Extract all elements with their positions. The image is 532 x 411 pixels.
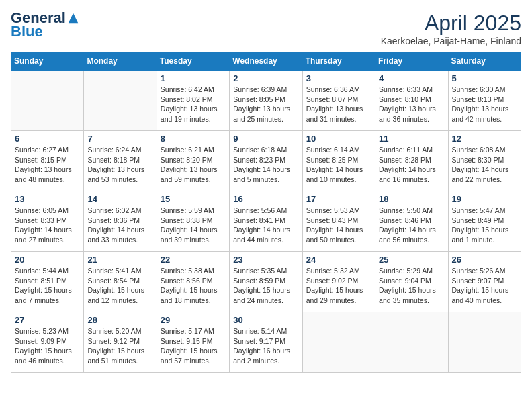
calendar-header-sunday: Sunday xyxy=(11,52,84,71)
day-number: 16 xyxy=(233,194,298,204)
day-number: 8 xyxy=(161,134,226,144)
day-info: Sunrise: 6:36 AMSunset: 8:07 PMDaylight:… xyxy=(306,85,371,124)
calendar-cell: 11Sunrise: 6:11 AMSunset: 8:28 PMDayligh… xyxy=(375,131,448,191)
calendar-cell: 26Sunrise: 5:26 AMSunset: 9:07 PMDayligh… xyxy=(448,252,521,312)
day-info: Sunrise: 6:14 AMSunset: 8:25 PMDaylight:… xyxy=(306,145,371,185)
day-info: Sunrise: 5:38 AMSunset: 8:56 PMDaylight:… xyxy=(161,266,226,306)
calendar-cell xyxy=(375,312,448,373)
day-info: Sunrise: 5:29 AMSunset: 9:04 PMDaylight:… xyxy=(379,266,444,306)
day-number: 4 xyxy=(379,73,444,83)
day-info: Sunrise: 6:11 AMSunset: 8:28 PMDaylight:… xyxy=(379,145,444,185)
day-number: 26 xyxy=(452,255,517,265)
day-number: 12 xyxy=(452,134,517,144)
calendar-cell: 18Sunrise: 5:50 AMSunset: 8:46 PMDayligh… xyxy=(375,191,448,252)
calendar-cell: 17Sunrise: 5:53 AMSunset: 8:43 PMDayligh… xyxy=(302,191,375,252)
day-number: 22 xyxy=(161,255,226,265)
page-header: General Blue April 2025 Kaerkoelae, Paij… xyxy=(11,11,521,46)
calendar-cell: 8Sunrise: 6:21 AMSunset: 8:20 PMDaylight… xyxy=(157,131,229,191)
calendar-table: SundayMondayTuesdayWednesdayThursdayFrid… xyxy=(11,52,521,373)
day-info: Sunrise: 5:56 AMSunset: 8:41 PMDaylight:… xyxy=(233,205,298,245)
day-number: 27 xyxy=(15,315,80,325)
day-number: 23 xyxy=(233,255,298,265)
calendar-cell: 14Sunrise: 6:02 AMSunset: 8:36 PMDayligh… xyxy=(84,191,157,252)
calendar-cell: 29Sunrise: 5:17 AMSunset: 9:15 PMDayligh… xyxy=(157,312,229,373)
calendar-cell: 16Sunrise: 5:56 AMSunset: 8:41 PMDayligh… xyxy=(230,191,302,252)
calendar-header-monday: Monday xyxy=(84,52,157,71)
day-number: 30 xyxy=(233,315,298,325)
day-info: Sunrise: 5:32 AMSunset: 9:02 PMDaylight:… xyxy=(306,266,371,306)
calendar-cell: 15Sunrise: 5:59 AMSunset: 8:38 PMDayligh… xyxy=(157,191,229,252)
calendar-cell: 25Sunrise: 5:29 AMSunset: 9:04 PMDayligh… xyxy=(375,252,448,312)
calendar-cell: 5Sunrise: 6:30 AMSunset: 8:13 PMDaylight… xyxy=(448,71,521,131)
calendar-cell: 1Sunrise: 6:42 AMSunset: 8:02 PMDaylight… xyxy=(157,71,229,131)
calendar-header-friday: Friday xyxy=(375,52,448,71)
day-number: 13 xyxy=(15,194,80,204)
day-number: 18 xyxy=(379,194,444,204)
calendar-cell: 6Sunrise: 6:27 AMSunset: 8:15 PMDaylight… xyxy=(11,131,84,191)
calendar-cell: 9Sunrise: 6:18 AMSunset: 8:23 PMDaylight… xyxy=(230,131,302,191)
title-section: April 2025 Kaerkoelae, Paijat-Hame, Finl… xyxy=(381,11,521,46)
calendar-cell: 12Sunrise: 6:08 AMSunset: 8:30 PMDayligh… xyxy=(448,131,521,191)
day-number: 9 xyxy=(233,134,298,144)
calendar-week-row: 20Sunrise: 5:44 AMSunset: 8:51 PMDayligh… xyxy=(11,252,521,312)
day-info: Sunrise: 6:27 AMSunset: 8:15 PMDaylight:… xyxy=(15,145,80,185)
calendar-cell: 3Sunrise: 6:36 AMSunset: 8:07 PMDaylight… xyxy=(302,71,375,131)
day-number: 14 xyxy=(87,194,152,204)
calendar-cell: 4Sunrise: 6:33 AMSunset: 8:10 PMDaylight… xyxy=(375,71,448,131)
calendar-cell: 22Sunrise: 5:38 AMSunset: 8:56 PMDayligh… xyxy=(157,252,229,312)
day-info: Sunrise: 5:59 AMSunset: 8:38 PMDaylight:… xyxy=(161,205,226,245)
month-title: April 2025 xyxy=(381,11,521,36)
day-number: 11 xyxy=(379,134,444,144)
calendar-week-row: 13Sunrise: 6:05 AMSunset: 8:33 PMDayligh… xyxy=(11,191,521,252)
calendar-cell: 27Sunrise: 5:23 AMSunset: 9:09 PMDayligh… xyxy=(11,312,84,373)
day-info: Sunrise: 6:02 AMSunset: 8:36 PMDaylight:… xyxy=(87,205,152,245)
day-info: Sunrise: 5:44 AMSunset: 8:51 PMDaylight:… xyxy=(15,266,80,306)
day-info: Sunrise: 5:26 AMSunset: 9:07 PMDaylight:… xyxy=(452,266,517,306)
logo-blue-text: Blue xyxy=(11,23,43,40)
day-info: Sunrise: 5:35 AMSunset: 8:59 PMDaylight:… xyxy=(233,266,298,306)
calendar-cell: 21Sunrise: 5:41 AMSunset: 8:54 PMDayligh… xyxy=(84,252,157,312)
day-number: 3 xyxy=(306,73,371,83)
calendar-header-tuesday: Tuesday xyxy=(157,52,229,71)
calendar-header-row: SundayMondayTuesdayWednesdayThursdayFrid… xyxy=(11,52,521,71)
calendar-header-wednesday: Wednesday xyxy=(230,52,302,71)
day-number: 20 xyxy=(15,255,80,265)
svg-marker-0 xyxy=(69,13,78,23)
calendar-cell: 23Sunrise: 5:35 AMSunset: 8:59 PMDayligh… xyxy=(230,252,302,312)
day-info: Sunrise: 6:08 AMSunset: 8:30 PMDaylight:… xyxy=(452,145,517,185)
calendar-header-saturday: Saturday xyxy=(448,52,521,71)
calendar-cell: 10Sunrise: 6:14 AMSunset: 8:25 PMDayligh… xyxy=(302,131,375,191)
day-info: Sunrise: 6:33 AMSunset: 8:10 PMDaylight:… xyxy=(379,85,444,124)
calendar-week-row: 1Sunrise: 6:42 AMSunset: 8:02 PMDaylight… xyxy=(11,71,521,131)
day-info: Sunrise: 5:41 AMSunset: 8:54 PMDaylight:… xyxy=(87,266,152,306)
day-info: Sunrise: 5:47 AMSunset: 8:49 PMDaylight:… xyxy=(452,205,517,245)
day-info: Sunrise: 6:18 AMSunset: 8:23 PMDaylight:… xyxy=(233,145,298,185)
calendar-week-row: 6Sunrise: 6:27 AMSunset: 8:15 PMDaylight… xyxy=(11,131,521,191)
day-info: Sunrise: 5:17 AMSunset: 9:15 PMDaylight:… xyxy=(161,326,226,366)
day-info: Sunrise: 5:20 AMSunset: 9:12 PMDaylight:… xyxy=(87,326,152,366)
day-info: Sunrise: 6:21 AMSunset: 8:20 PMDaylight:… xyxy=(161,145,226,185)
logo-icon xyxy=(67,12,79,24)
calendar-week-row: 27Sunrise: 5:23 AMSunset: 9:09 PMDayligh… xyxy=(11,312,521,373)
calendar-cell: 13Sunrise: 6:05 AMSunset: 8:33 PMDayligh… xyxy=(11,191,84,252)
logo: General Blue xyxy=(11,11,79,40)
calendar-header-thursday: Thursday xyxy=(302,52,375,71)
day-number: 5 xyxy=(452,73,517,83)
day-number: 28 xyxy=(87,315,152,325)
calendar-cell: 24Sunrise: 5:32 AMSunset: 9:02 PMDayligh… xyxy=(302,252,375,312)
day-number: 24 xyxy=(306,255,371,265)
calendar-cell xyxy=(84,71,157,131)
day-info: Sunrise: 6:30 AMSunset: 8:13 PMDaylight:… xyxy=(452,85,517,124)
day-number: 2 xyxy=(233,73,298,83)
day-info: Sunrise: 5:53 AMSunset: 8:43 PMDaylight:… xyxy=(306,205,371,245)
calendar-cell: 30Sunrise: 5:14 AMSunset: 9:17 PMDayligh… xyxy=(230,312,302,373)
day-info: Sunrise: 6:42 AMSunset: 8:02 PMDaylight:… xyxy=(161,85,226,124)
day-number: 29 xyxy=(161,315,226,325)
day-number: 15 xyxy=(161,194,226,204)
day-info: Sunrise: 5:23 AMSunset: 9:09 PMDaylight:… xyxy=(15,326,80,366)
day-info: Sunrise: 5:50 AMSunset: 8:46 PMDaylight:… xyxy=(379,205,444,245)
location-subtitle: Kaerkoelae, Paijat-Hame, Finland xyxy=(381,36,521,46)
day-number: 21 xyxy=(87,255,152,265)
calendar-cell: 19Sunrise: 5:47 AMSunset: 8:49 PMDayligh… xyxy=(448,191,521,252)
day-number: 1 xyxy=(161,73,226,83)
